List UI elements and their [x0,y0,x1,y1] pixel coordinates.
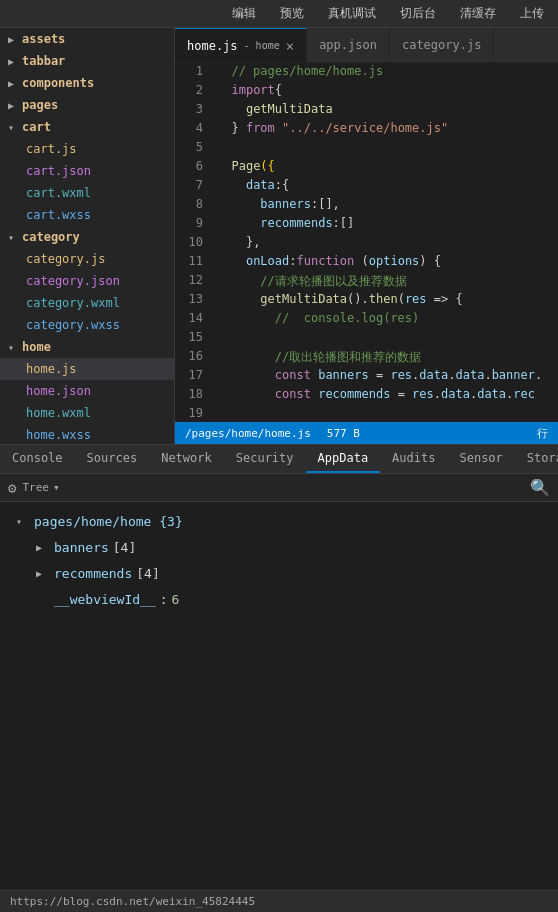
table-row: 17 const banners = res.data.data.banner. [175,367,558,386]
tab-bar: home.js - home × app.json category.js [175,28,558,63]
sidebar-item-category-wxml[interactable]: category.wxml [0,292,174,314]
table-row: 9 recommends:[] [175,215,558,234]
sidebar-item-components[interactable]: ▶ components [0,72,174,94]
status-filesize: 577 B [327,427,360,440]
table-row: 10 }, [175,234,558,253]
top-toolbar: 编辑 预览 真机调试 切后台 清缓存 上传 [0,0,558,28]
sidebar-item-cart-wxml[interactable]: cart.wxml [0,182,174,204]
tree-banners-key: banners [54,540,109,555]
devtools-toolbar: ⚙ Tree ▾ 🔍 [0,474,558,502]
sidebar-item-category[interactable]: ▾ category [0,226,174,248]
sidebar-item-cart[interactable]: ▾ cart [0,116,174,138]
sidebar-item-home-wxss[interactable]: home.wxss [0,424,174,444]
tab-home-js[interactable]: home.js - home × [175,28,307,62]
devtools-tab-audits[interactable]: Audits [380,445,447,473]
status-right: 行 [537,426,548,441]
table-row: 15 [175,329,558,348]
tree-banners-arrow[interactable]: ▶ [36,542,50,553]
devtools-tab-sources[interactable]: Sources [75,445,150,473]
sidebar-item-tabbar[interactable]: ▶ tabbar [0,50,174,72]
tree-root-arrow[interactable]: ▾ [16,516,30,527]
tab-category-js-label: category.js [402,38,481,52]
toolbar-background-btn[interactable]: 切后台 [394,3,442,24]
sidebar-item-home-json[interactable]: home.json [0,380,174,402]
toolbar-upload-btn[interactable]: 上传 [514,3,550,24]
table-row: 2 import{ [175,82,558,101]
sidebar-item-home[interactable]: ▾ home [0,336,174,358]
table-row: 5 [175,139,558,158]
status-filepath: /pages/home/home.js [185,427,311,440]
devtools-tab-security[interactable]: Security [224,445,306,473]
status-bar: /pages/home/home.js 577 B 行 [175,422,558,444]
devtools-tab-sensor[interactable]: Sensor [447,445,514,473]
tree-webviewid-row: ▶ __webviewId__ : 6 [8,586,550,612]
sidebar-item-pages[interactable]: ▶ pages [0,94,174,116]
table-row: 14 // console.log(res) [175,310,558,329]
tab-home-js-label: home.js [187,39,238,53]
table-row: 6 Page({ [175,158,558,177]
code-editor[interactable]: 1 // pages/home/home.js 2 import{ 3 getM… [175,63,558,422]
devtools-search-icon[interactable]: 🔍 [530,478,550,497]
sidebar-item-cart-json[interactable]: cart.json [0,160,174,182]
toolbar-edit-btn[interactable]: 编辑 [226,3,262,24]
tab-category-js[interactable]: category.js [390,28,494,62]
table-row: 19 [175,405,558,422]
tab-home-js-sublabel: - home [244,40,280,51]
tree-webviewid-spacer: ▶ [36,594,50,605]
url-text: https://blog.csdn.net/weixin_45824445 [10,895,255,908]
sidebar-item-home-wxml[interactable]: home.wxml [0,402,174,424]
devtools-toolbar-area: ⚙ Tree ▾ [8,480,522,496]
tree-webviewid-value: 6 [172,592,180,607]
sidebar-item-assets[interactable]: ▶ assets [0,28,174,50]
devtools-tab-appdata[interactable]: AppData [306,445,381,473]
tree-banners-row[interactable]: ▶ banners [4] [8,534,550,560]
tree-webviewid-colon: : [160,592,168,607]
table-row: 11 onLoad:function (options) { [175,253,558,272]
table-row: 3 getMultiData [175,101,558,120]
devtools-content: ⚙ Tree ▾ 🔍 ▾ pages/home/home {3} ▶ banne… [0,474,558,890]
tree-content: ▾ pages/home/home {3} ▶ banners [4] ▶ re… [0,502,558,890]
status-row-label: 行 [537,426,548,441]
tab-app-json-label: app.json [319,38,377,52]
toolbar-preview-btn[interactable]: 预览 [274,3,310,24]
sidebar-item-category-json[interactable]: category.json [0,270,174,292]
tab-app-json[interactable]: app.json [307,28,390,62]
tab-home-js-close[interactable]: × [286,39,294,53]
tree-webviewid-key: __webviewId__ [54,592,156,607]
sidebar-item-cart-js[interactable]: cart.js [0,138,174,160]
table-row: 1 // pages/home/home.js [175,63,558,82]
sidebar-item-cart-wxss[interactable]: cart.wxss [0,204,174,226]
url-bar: https://blog.csdn.net/weixin_45824445 [0,890,558,912]
sidebar: ▶ assets ▶ tabbar ▶ components ▶ pages ▾… [0,28,175,444]
toolbar-debug-btn[interactable]: 真机调试 [322,3,382,24]
tree-root-row[interactable]: ▾ pages/home/home {3} [8,508,550,534]
sidebar-item-category-wxss[interactable]: category.wxss [0,314,174,336]
toolbar-clear-btn[interactable]: 清缓存 [454,3,502,24]
devtools-tab-storage[interactable]: Storage [515,445,558,473]
tree-banners-count: [4] [113,540,136,555]
devtools-tab-console[interactable]: Console [0,445,75,473]
table-row: 16 //取出轮播图和推荐的数据 [175,348,558,367]
editor-area: home.js - home × app.json category.js 1 … [175,28,558,444]
sidebar-item-category-js[interactable]: category.js [0,248,174,270]
main-area: ▶ assets ▶ tabbar ▶ components ▶ pages ▾… [0,28,558,444]
devtools-tree-dropdown[interactable]: Tree ▾ [22,481,59,494]
table-row: 4 } from "../../service/home.js" [175,120,558,139]
tree-recommends-key: recommends [54,566,132,581]
sidebar-item-home-js[interactable]: home.js [0,358,174,380]
tree-root-label: pages/home/home {3} [34,514,183,529]
table-row: 8 banners:[], [175,196,558,215]
tree-recommends-count: [4] [136,566,159,581]
code-table: 1 // pages/home/home.js 2 import{ 3 getM… [175,63,558,422]
devtools-settings-icon[interactable]: ⚙ [8,480,16,496]
devtools-tab-network[interactable]: Network [149,445,224,473]
table-row: 12 //请求轮播图以及推荐数据 [175,272,558,291]
table-row: 13 getMultiData().then(res => { [175,291,558,310]
devtools-tabs: Console Sources Network Security AppData… [0,444,558,474]
tree-recommends-row[interactable]: ▶ recommends [4] [8,560,550,586]
status-left: /pages/home/home.js 577 B [185,427,360,440]
table-row: 18 const recommends = res.data.data.rec [175,386,558,405]
table-row: 7 data:{ [175,177,558,196]
tree-recommends-arrow[interactable]: ▶ [36,568,50,579]
